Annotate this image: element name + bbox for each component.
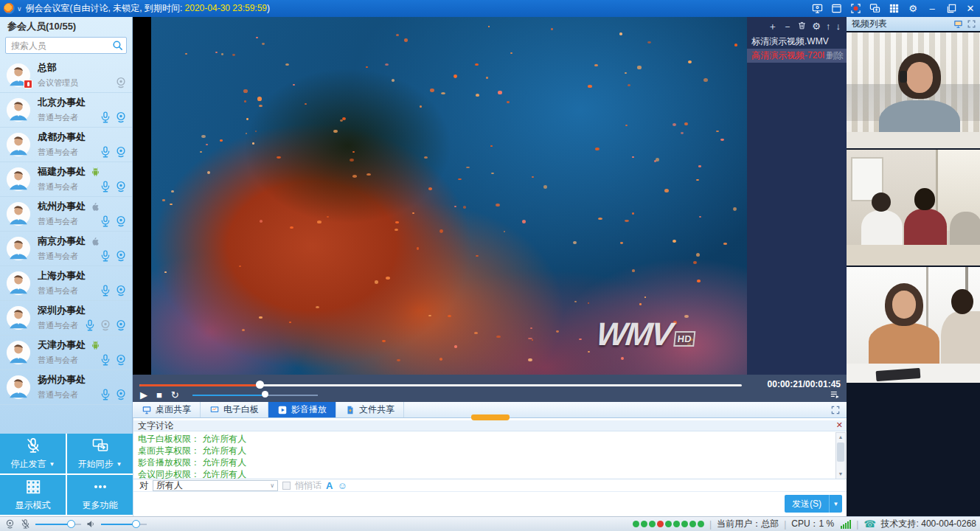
playlist-item-selected[interactable]: 高清演示视频-720P.wmv删除: [747, 49, 847, 63]
playlist-toggle-icon[interactable]: [829, 389, 841, 400]
mic-icon[interactable]: [99, 284, 112, 297]
display-mode-button[interactable]: 显示模式: [0, 475, 66, 515]
message-input[interactable]: [133, 493, 847, 516]
playlist-item[interactable]: 标清演示视频.WMV: [747, 35, 847, 49]
stop-speaking-button[interactable]: 停止发言▼: [0, 434, 66, 473]
camera-icon[interactable]: [114, 215, 128, 228]
display-mode-label: 显示模式: [15, 499, 51, 512]
speaker-volume-slider[interactable]: [101, 521, 147, 528]
close-icon[interactable]: ✕: [961, 0, 980, 17]
recipient-select[interactable]: 所有人∨: [153, 480, 278, 491]
video-thumbnail[interactable]: [847, 32, 980, 148]
camera-icon[interactable]: [114, 353, 128, 367]
font-icon[interactable]: A: [326, 480, 333, 491]
replay-button[interactable]: ↻: [171, 389, 179, 400]
playlist-settings-icon[interactable]: ⚙: [812, 21, 821, 31]
mic-icon[interactable]: [99, 353, 112, 367]
mic-icon[interactable]: [99, 180, 112, 193]
scrollbar-thumb[interactable]: [837, 442, 844, 462]
maximize-icon[interactable]: [942, 0, 961, 17]
camera-icon[interactable]: [114, 284, 128, 297]
scroll-up-icon[interactable]: ▲: [836, 433, 845, 442]
send-button[interactable]: 发送(S) ▼: [785, 495, 842, 513]
status-dot-green: [649, 521, 656, 527]
tab-media-playback[interactable]: 影音播放: [268, 402, 336, 417]
caret-down-icon[interactable]: ▼: [49, 461, 55, 468]
sync-icon[interactable]: [865, 0, 884, 17]
seek-thumb[interactable]: [256, 381, 264, 389]
participant-row[interactable]: 总部会议管理员: [0, 58, 132, 93]
mic-icon[interactable]: [99, 388, 112, 401]
window-mode-icon[interactable]: [827, 0, 846, 17]
mic-muted-icon[interactable]: [20, 518, 31, 530]
camera-icon[interactable]: [114, 388, 128, 401]
volume-slider[interactable]: [192, 392, 318, 399]
camera-icon[interactable]: [114, 145, 128, 159]
start-sync-button[interactable]: 开始同步▼: [67, 434, 133, 473]
volume-thumb[interactable]: [262, 391, 268, 398]
chevron-down-icon[interactable]: ∨: [17, 5, 22, 13]
tab-whiteboard[interactable]: 电子白板: [201, 402, 268, 417]
more-functions-button[interactable]: 更多功能: [67, 475, 133, 515]
mic-icon[interactable]: [99, 249, 112, 263]
camera-icon[interactable]: [114, 249, 128, 263]
search-icon[interactable]: [111, 39, 124, 52]
tab-desktop-share[interactable]: 桌面共享: [133, 402, 201, 417]
mic-icon[interactable]: [99, 111, 112, 124]
minimize-icon[interactable]: –: [922, 0, 942, 17]
webcam-status-icon[interactable]: [4, 518, 15, 530]
monitor-icon[interactable]: [953, 19, 963, 29]
seek-bar[interactable]: [139, 381, 742, 389]
participant-row[interactable]: 扬州办事处普通与会者: [0, 370, 132, 405]
participant-row[interactable]: 上海办事处普通与会者: [0, 266, 132, 301]
send-options-caret[interactable]: ▼: [830, 495, 842, 513]
camera-muted-icon[interactable]: [99, 319, 112, 332]
camera-icon[interactable]: [114, 180, 128, 193]
whisper-checkbox[interactable]: [282, 482, 291, 490]
trash-icon[interactable]: [797, 21, 807, 32]
mic-icon[interactable]: [99, 215, 112, 228]
emoji-icon[interactable]: ☺: [337, 480, 347, 491]
participant-row[interactable]: 深圳办事处普通与会者: [0, 301, 132, 336]
add-media-icon[interactable]: ＋: [768, 21, 777, 31]
caret-down-icon[interactable]: ▼: [117, 461, 122, 468]
settings-icon[interactable]: ⚙: [903, 0, 922, 17]
delete-item-button[interactable]: 删除: [826, 49, 844, 63]
tab-file-share[interactable]: 文件共享: [336, 402, 404, 417]
avatar: [6, 63, 31, 88]
participant-row[interactable]: 福建办事处普通与会者: [0, 162, 132, 197]
participant-row[interactable]: 杭州办事处普通与会者: [0, 197, 132, 232]
meeting-expiry-time: 2020-04-30 23:59:59: [185, 3, 267, 13]
statusbar-info: | 当前用户：总部 | CPU：1 % | ☎ 技术支持: 400-004-02…: [633, 518, 980, 530]
display-grid-icon[interactable]: [884, 0, 903, 17]
video-thumbnail[interactable]: [847, 267, 980, 383]
chat-close-icon[interactable]: ✕: [836, 420, 843, 430]
move-down-icon[interactable]: ↓: [836, 21, 841, 31]
fullscreen-icon[interactable]: [830, 405, 841, 415]
mic-icon[interactable]: [99, 145, 112, 159]
mic-volume-slider[interactable]: [35, 521, 81, 528]
remove-media-icon[interactable]: －: [782, 21, 792, 31]
camera-muted-icon[interactable]: [114, 76, 128, 89]
scroll-down-icon[interactable]: ▼: [836, 470, 845, 479]
move-up-icon[interactable]: ↑: [826, 21, 831, 31]
screen-share-icon[interactable]: [807, 0, 827, 17]
stop-button[interactable]: ■: [156, 389, 162, 400]
camera-icon[interactable]: [114, 111, 128, 124]
participant-row[interactable]: 北京办事处普通与会者: [0, 93, 132, 128]
participant-row[interactable]: 南京办事处普通与会者: [0, 232, 132, 266]
media-video-content[interactable]: WMV HD: [151, 17, 747, 375]
record-icon[interactable]: [846, 0, 865, 17]
play-button[interactable]: ▶: [140, 389, 147, 400]
chat-collapse-handle[interactable]: [471, 414, 510, 420]
expand-icon[interactable]: [967, 19, 976, 29]
search-input[interactable]: [5, 37, 127, 54]
speaker-icon[interactable]: [86, 518, 97, 530]
participant-row[interactable]: 天津办事处普通与会者: [0, 336, 132, 370]
mic-icon[interactable]: [83, 319, 97, 332]
chat-scrollbar[interactable]: ▲ ▼: [835, 432, 846, 479]
video-thumbnail[interactable]: [847, 150, 980, 266]
participant-row[interactable]: 成都办事处普通与会者: [0, 128, 132, 162]
camera-icon[interactable]: [114, 319, 128, 332]
search-row: [5, 37, 127, 54]
